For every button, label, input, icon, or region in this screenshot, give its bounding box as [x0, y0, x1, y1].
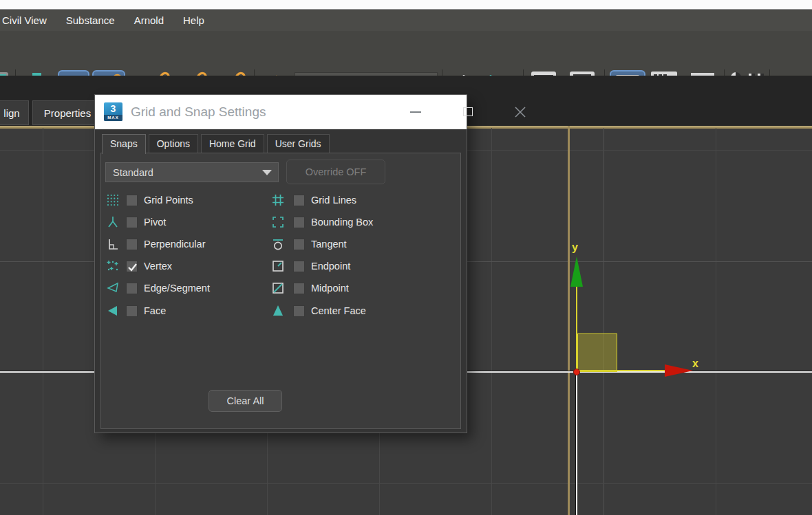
- edge-segment-icon: [105, 281, 120, 296]
- grid-line: [491, 128, 492, 515]
- panel-tab-properties-label: Properties: [44, 107, 91, 119]
- tab-snaps-label: Snaps: [110, 138, 138, 149]
- checkbox-endpoint[interactable]: [293, 261, 305, 272]
- menu-substance[interactable]: Substance: [56, 10, 125, 31]
- logo-number: 3: [104, 103, 122, 114]
- snap-row-edge-segment: Edge/Segment: [105, 280, 210, 296]
- snap-row-grid-lines: Grid Lines: [270, 192, 356, 208]
- grid-line: [43, 128, 43, 515]
- gizmo-y-axis-stem: [576, 287, 577, 371]
- tangent-icon: [270, 237, 286, 252]
- y-axis-label: y: [572, 241, 578, 254]
- logo-max: MAX: [104, 115, 122, 121]
- vertex-icon: [105, 259, 120, 274]
- grid-line: [0, 483, 812, 484]
- label-bounding-box: Bounding Box: [311, 217, 373, 228]
- checkbox-grid-points[interactable]: [126, 195, 138, 206]
- tab-options-label: Options: [157, 138, 190, 149]
- grid-line: [603, 128, 604, 515]
- tab-user-grids-label: User Grids: [275, 138, 321, 149]
- minimize-button[interactable]: [410, 111, 421, 113]
- checkbox-bounding-box[interactable]: [293, 217, 305, 228]
- grid-line: [716, 128, 716, 515]
- label-endpoint: Endpoint: [311, 261, 350, 272]
- snap-row-midpoint: Midpoint: [270, 280, 349, 296]
- x-axis-label: x: [692, 358, 698, 370]
- label-edge-segment: Edge/Segment: [144, 283, 210, 294]
- panel-tab-align[interactable]: lign: [0, 100, 29, 125]
- snap-row-endpoint: Endpoint: [270, 258, 350, 274]
- endpoint-icon: [270, 259, 286, 274]
- grid-and-snap-settings-dialog: 3 MAX Grid and Snap Settings Snaps Optio…: [95, 95, 467, 432]
- bounding-box-icon: [270, 215, 286, 230]
- checkbox-pivot[interactable]: [126, 217, 138, 228]
- label-face: Face: [144, 305, 166, 316]
- snap-row-tangent: Tangent: [270, 236, 347, 252]
- snap-row-bounding-box: Bounding Box: [270, 214, 373, 230]
- perpendicular-icon: [105, 237, 120, 252]
- checkbox-tangent[interactable]: [293, 239, 305, 250]
- label-perpendicular: Perpendicular: [144, 239, 205, 250]
- tab-options[interactable]: Options: [149, 134, 198, 153]
- snap-preset-dropdown[interactable]: Standard: [105, 162, 279, 182]
- snap-preset-value: Standard: [106, 167, 262, 178]
- top-strip: [0, 0, 812, 10]
- chevron-down-icon: [262, 170, 272, 175]
- override-off-button[interactable]: Override OFF: [286, 160, 385, 184]
- menu-bar: Civil View Substance Arnold Help: [0, 10, 812, 32]
- snap-row-pivot: Pivot: [105, 214, 166, 230]
- checkbox-edge-segment[interactable]: [126, 283, 138, 294]
- scene-object-line[interactable]: [568, 126, 570, 515]
- main-toolbar: 2 .5: [0, 31, 812, 76]
- dialog-title-bar[interactable]: 3 MAX Grid and Snap Settings: [95, 95, 467, 129]
- snap-row-center-face: Center Face: [270, 303, 366, 319]
- tab-home-grid[interactable]: Home Grid: [201, 134, 264, 153]
- maximize-button[interactable]: [463, 107, 473, 116]
- label-grid-lines: Grid Lines: [311, 195, 356, 206]
- gizmo-x-axis-stem: [577, 370, 665, 371]
- tab-user-grids[interactable]: User Grids: [267, 134, 330, 153]
- menu-arnold[interactable]: Arnold: [125, 10, 173, 31]
- override-off-label: Override OFF: [306, 166, 367, 177]
- grid-points-icon: [105, 193, 120, 208]
- midpoint-icon: [270, 281, 286, 296]
- tab-home-grid-label: Home Grid: [209, 138, 256, 149]
- checkbox-face[interactable]: [126, 305, 138, 317]
- checkbox-center-face[interactable]: [293, 305, 305, 317]
- 3dsmax-window: Civil View Substance Arnold Help: [0, 0, 812, 515]
- label-grid-points: Grid Points: [144, 195, 193, 206]
- label-vertex: Vertex: [144, 261, 172, 272]
- grid-lines-icon: [270, 193, 286, 208]
- clear-all-button[interactable]: Clear All: [209, 390, 282, 412]
- face-icon: [105, 303, 120, 318]
- dialog-tab-bar: Snaps Options Home Grid User Grids: [102, 134, 332, 153]
- grid-origin-y-line: [576, 373, 577, 515]
- checkbox-midpoint[interactable]: [293, 283, 305, 294]
- 3dsmax-logo: 3 MAX: [104, 102, 122, 121]
- label-pivot: Pivot: [144, 217, 166, 228]
- gizmo-x-axis-arrow[interactable]: [665, 364, 693, 377]
- gizmo-xy-plane-handle[interactable]: [577, 333, 617, 372]
- snaps-panel: Standard Override OFF: [100, 153, 461, 429]
- snap-row-vertex: Vertex: [105, 258, 172, 274]
- panel-tab-properties[interactable]: Properties: [32, 100, 103, 125]
- checkbox-grid-lines[interactable]: [293, 195, 305, 206]
- snap-row-face: Face: [105, 303, 166, 319]
- menu-help[interactable]: Help: [173, 10, 214, 31]
- gizmo-origin-point: [573, 369, 580, 375]
- close-button[interactable]: [514, 106, 526, 118]
- label-midpoint: Midpoint: [311, 283, 349, 294]
- dialog-title: Grid and Snap Settings: [131, 95, 266, 129]
- clear-all-label: Clear All: [227, 395, 264, 406]
- panel-tab-align-label: lign: [3, 107, 19, 119]
- center-face-icon: [270, 303, 286, 318]
- pivot-icon: [105, 215, 120, 230]
- snap-row-perpendicular: Perpendicular: [105, 236, 205, 252]
- menu-civil-view[interactable]: Civil View: [0, 10, 56, 31]
- label-center-face: Center Face: [311, 305, 366, 316]
- snap-row-grid-points: Grid Points: [105, 192, 193, 208]
- tab-snaps[interactable]: Snaps: [102, 134, 146, 154]
- checkbox-perpendicular[interactable]: [126, 239, 138, 250]
- gizmo-y-axis-arrow[interactable]: [570, 256, 583, 287]
- checkbox-vertex[interactable]: [126, 261, 138, 272]
